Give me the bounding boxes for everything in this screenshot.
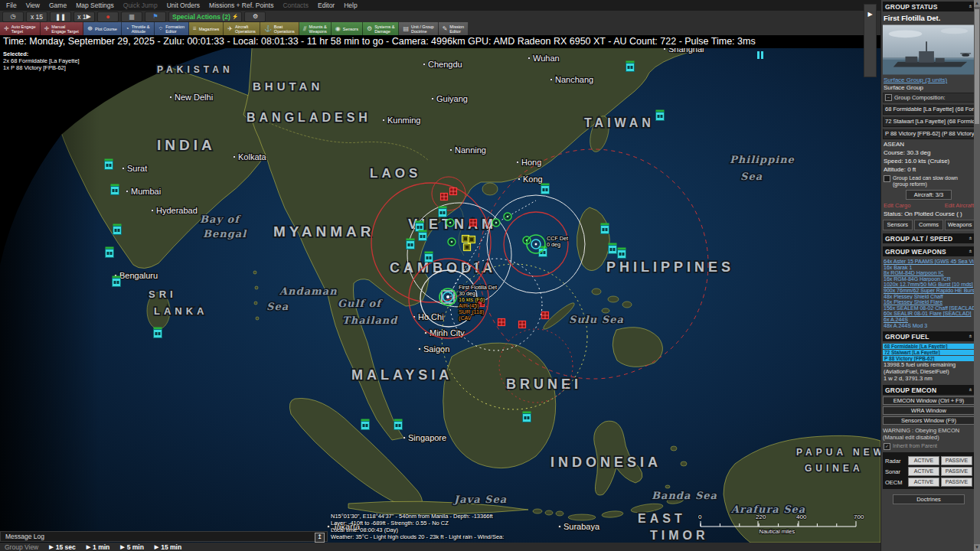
friendly-surface-unit-icon[interactable] (113, 276, 121, 287)
sensors-tab[interactable]: Sensors (883, 220, 913, 230)
collapse-toggle-icon[interactable]: − (885, 94, 892, 101)
group-fuel-header[interactable]: GROUP FUEL« (883, 331, 975, 341)
friendly-surface-unit-icon[interactable] (105, 159, 113, 170)
tactical-map[interactable]: Bay ofBengalAndamanSeaGulf ofThailandSul… (0, 35, 880, 543)
compressed-time-button[interactable]: ◷ (2, 11, 24, 22)
friendly-surface-unit-icon[interactable] (419, 230, 427, 241)
pin-icon[interactable]: « (967, 388, 974, 392)
aircraft-operations-button[interactable]: ✈Aircraft Operations (224, 22, 260, 35)
sensors-window-button[interactable]: Sensors Window (F9) (883, 416, 975, 425)
throttle-altitude-button[interactable]: ◔Throttle & Altitude (122, 22, 155, 35)
group-composition-header[interactable]: − Group Composition: (883, 93, 975, 103)
weapon-link[interactable]: 900x 76mm/62 Super Rapido HE Burst [2 rn (884, 288, 974, 294)
timestep-1min-button[interactable]: ▶1 min (87, 543, 110, 551)
unknown-contact-icon[interactable] (464, 244, 471, 251)
record-button[interactable]: ● (97, 11, 119, 22)
surface-group-link[interactable]: Surface Group (3 units) (884, 77, 974, 83)
boat-operations-button[interactable]: ⚓Boat Operations (260, 22, 299, 35)
radar-passive-button[interactable]: PASSIVE (941, 456, 972, 465)
neutral-contact-icon[interactable] (446, 219, 454, 227)
pin-icon[interactable]: « (967, 334, 974, 338)
friendly-surface-unit-icon[interactable] (111, 184, 119, 195)
weapon-link[interactable]: 8x RGM-84D Harpoon IC (884, 270, 974, 276)
weapon-link[interactable]: 16x Plessey Shield Flare (884, 299, 974, 305)
pin-icon[interactable]: « (967, 236, 974, 240)
friendly-surface-unit-icon[interactable] (601, 223, 609, 234)
menu-map-settings[interactable]: Map Settings (76, 2, 114, 9)
hostile-contact-icon[interactable] (542, 312, 549, 319)
hostile-contact-icon[interactable] (450, 188, 457, 195)
special-actions-button[interactable]: Special Actions (2) ⚡ (168, 11, 242, 22)
fuel-bar[interactable]: 68 Formidable [La Fayette] (883, 344, 975, 349)
oecm-active-button[interactable]: ACTIVE (908, 478, 939, 487)
friendly-surface-unit-icon[interactable] (609, 243, 617, 254)
fuel-bar[interactable]: P 88 Victory [FPB-62] (883, 356, 975, 361)
friendly-surface-unit-icon[interactable] (541, 184, 550, 194)
friendly-surface-unit-icon[interactable] (361, 419, 370, 430)
scroll-down-icon[interactable]: ▼ (974, 544, 980, 551)
group-alt-speed-header[interactable]: GROUP ALT / SPEED« (883, 233, 975, 243)
time-compression-label[interactable]: x 15 (26, 11, 47, 22)
oecm-passive-button[interactable]: PASSIVE (941, 478, 972, 487)
group-status-header[interactable]: GROUP STATUS« (883, 2, 975, 11)
friendly-surface-unit-icon[interactable] (439, 207, 447, 217)
friendly-surface-unit-icon[interactable] (626, 61, 635, 72)
sidebar-scrollbar[interactable]: ▲ ▼ (974, 0, 980, 551)
edit-cargo-link[interactable]: Edit Cargo (884, 202, 910, 209)
menu-missions-ref-points[interactable]: Missions + Ref. Points (209, 2, 273, 9)
scrollbar-thumb[interactable] (975, 9, 979, 124)
weapon-link[interactable]: 6x A.244S (884, 317, 974, 323)
emcon-window-button[interactable]: EMCON Window (Ctrl + F9) (883, 396, 975, 405)
sensors-button[interactable]: ◉Sensors (332, 22, 363, 35)
friendly-surface-unit-icon[interactable] (394, 419, 403, 430)
hostile-contact-icon[interactable] (470, 220, 477, 227)
unknown-contact-icon[interactable] (469, 236, 475, 243)
menu-file[interactable]: File (6, 2, 17, 9)
sidebar-collapse-strip[interactable]: ▶ (864, 4, 877, 77)
edit-aircraft-link[interactable]: Edit Aircraft (945, 202, 974, 209)
mounts-weapons-button[interactable]: ⫻Mounts & Weapons (299, 22, 332, 35)
menu-editor[interactable]: Editor (318, 2, 335, 9)
neutral-contact-icon[interactable] (448, 238, 456, 246)
hostile-contact-icon[interactable] (441, 194, 448, 201)
doctrines-button[interactable]: Doctrines (893, 494, 965, 504)
weapon-link[interactable]: 60x SEALIR 08-01 Flare [SEACLAD] (884, 311, 974, 317)
group-emcon-header[interactable]: GROUP EMCON« (883, 385, 975, 395)
neutral-contact-icon[interactable] (492, 219, 500, 227)
settings-button[interactable]: ⚙ (244, 11, 266, 22)
timestep-5min-button[interactable]: ▶5 min (120, 543, 144, 551)
sonar-passive-button[interactable]: PASSIVE (941, 467, 972, 476)
friendly-surface-unit-icon[interactable] (425, 252, 433, 262)
fuel-bar[interactable]: 72 Stalwart [La Fayette] (883, 350, 975, 355)
weapons-tab[interactable]: Weapons (945, 220, 975, 230)
inherit-from-parent-checkbox[interactable]: ✓ (884, 443, 890, 450)
weapon-link[interactable]: 64x Aster 15 PAAMS [GWS 45 Sea Viper] (884, 259, 974, 265)
neutral-contact-icon[interactable] (504, 213, 511, 220)
aircraft-button[interactable]: Aircraft: 3/3 (906, 190, 952, 200)
systems-damage-button[interactable]: ⚙Systems & Damage (363, 22, 399, 35)
hostile-contact-icon[interactable] (498, 319, 505, 326)
group-lead-checkbox[interactable] (884, 175, 890, 182)
friendly-surface-unit-icon[interactable] (416, 221, 424, 232)
weapon-link[interactable]: 156x SEALEM 08-02 Chaff [SEACLAD] (884, 305, 974, 311)
friendly-surface-unit-icon[interactable] (539, 246, 547, 257)
composition-row[interactable]: 68 Formidable [La Fayette] (68 Formidabl… (883, 104, 975, 115)
friendly-surface-unit-icon[interactable] (154, 328, 162, 338)
friendly-surface-unit-icon[interactable] (407, 239, 415, 249)
magazines-button[interactable]: ≡Magazines (189, 22, 224, 35)
mission-editor-button[interactable]: ✎Mission Editor (439, 22, 469, 35)
unit-group-doctrine-button[interactable]: ▤Unit / Group Doctrine (399, 22, 438, 35)
auto-engage-target-button[interactable]: ✛Auto Engage Target (0, 22, 41, 35)
friendly-surface-unit-icon[interactable] (113, 224, 122, 235)
scroll-up-icon[interactable]: ▲ (974, 0, 980, 7)
plot-course-button[interactable]: ☸Plot Course (83, 22, 122, 35)
group-weapons-header[interactable]: GROUP WEAPONS« (883, 246, 975, 256)
timestep-15sec-button[interactable]: ▶15 sec (49, 543, 75, 551)
comms-tab[interactable]: Comms (914, 220, 944, 230)
step-play-button[interactable]: x 1▶ (74, 11, 95, 22)
pause-button[interactable]: ❚❚ (50, 11, 71, 22)
pin-icon[interactable]: « (967, 249, 974, 253)
friendly-surface-unit-icon[interactable] (106, 247, 114, 258)
wra-window-button[interactable]: WRA Window (883, 406, 975, 415)
menu-help[interactable]: Help (344, 2, 357, 9)
